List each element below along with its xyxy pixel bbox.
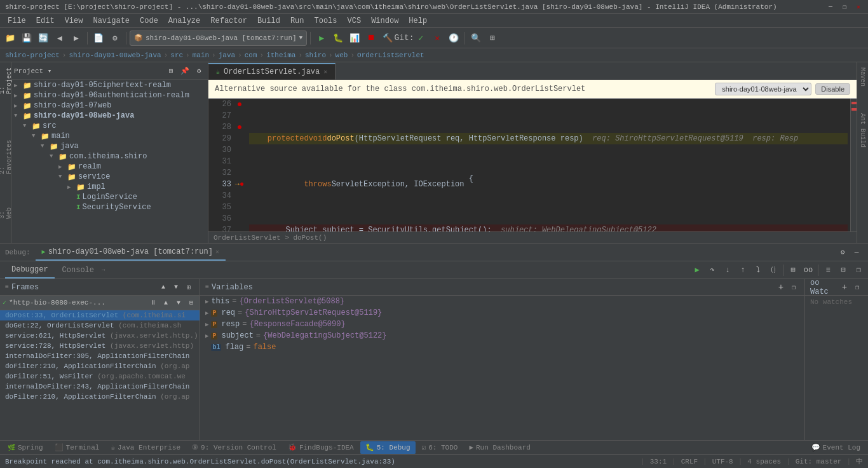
run-config-dropdown[interactable]: 📦 shiro-day01-08web-java [tomcat7:run] ▼ (130, 31, 307, 46)
tab-findbugs[interactable]: 🐞 FindBugs-IDEA (283, 441, 359, 454)
tab-event-log[interactable]: 💬 Event Log (806, 441, 865, 454)
disable-button[interactable]: Disable (815, 83, 850, 95)
sidebar-pin-btn[interactable]: 📌 (179, 65, 191, 78)
menu-edit[interactable]: Edit (31, 15, 60, 27)
gutter-36[interactable] (234, 213, 245, 224)
frames-up-btn[interactable]: ▲ (158, 282, 169, 293)
toolbar-open-btn[interactable]: 📁 (3, 31, 18, 46)
frame-item-4[interactable]: internalDoFilter:305, ApplicationFilterC… (0, 351, 200, 361)
tree-item-main[interactable]: ▼ 📁 main (11, 131, 208, 141)
debug-minimize-btn[interactable]: — (850, 246, 863, 259)
toolbar-back-btn[interactable]: ◀ (52, 31, 67, 46)
debug-run-cursor-btn[interactable]: ⤵ (751, 263, 765, 277)
toolbar-search-btn[interactable]: 🔍 (468, 31, 484, 46)
code-content[interactable]: protected void doPost(HttpServletRequest… (247, 99, 850, 231)
bc-shiro[interactable]: shiro (305, 52, 326, 59)
menu-window[interactable]: Window (366, 15, 403, 27)
gutter-35[interactable] (234, 202, 245, 213)
alt-source-select[interactable]: shiro-day01-08web-java (715, 83, 811, 95)
sidebar-gear-btn[interactable]: ⚙ (193, 65, 205, 78)
frame-item-7[interactable]: internalDoFilter:243, ApplicationFilterC… (0, 382, 200, 392)
menu-run[interactable]: Run (285, 15, 309, 27)
gutter-32[interactable] (234, 167, 245, 179)
debug-step-over-btn[interactable]: ↷ (705, 263, 719, 277)
tab-console[interactable]: Console (56, 262, 100, 279)
gutter-26[interactable]: ● (234, 99, 245, 110)
thread-item[interactable]: ✓ *http-bio-8080-exec-... ⏸ ▲ ▼ ⊞ (0, 296, 200, 310)
debug-step-into-btn[interactable]: ↓ (721, 263, 735, 277)
toolbar-x-btn[interactable]: ✕ (430, 31, 445, 46)
left-panel-favorites[interactable]: 2: Favorites (0, 137, 14, 177)
gutter-27[interactable] (234, 110, 245, 121)
tab-run-dashboard[interactable]: ▶ Run Dashboard (464, 441, 535, 454)
right-panel-maven[interactable]: Maven (858, 65, 867, 89)
frame-item-3[interactable]: service:728, HttpServlet (javax.servlet.… (0, 341, 200, 351)
bc-com[interactable]: com (245, 52, 257, 59)
vars-add-btn[interactable]: + (775, 282, 787, 293)
watches-restore-btn[interactable]: ❐ (851, 282, 863, 293)
toolbar-forward-btn[interactable]: ▶ (69, 31, 84, 46)
menu-file[interactable]: File (3, 15, 31, 27)
gutter-33[interactable]: →● (234, 179, 245, 190)
tree-item-comdot[interactable]: ▼ 📁 com.itheima.shiro (11, 151, 208, 162)
frame-item-5[interactable]: doFilter:210, ApplicationFilterChain (or… (0, 361, 200, 371)
debug-main-tab[interactable]: ▶ shiro-day01-08web-java [tomcat7:run] ✕ (36, 244, 226, 261)
debug-settings-btn[interactable]: ⚙ (836, 246, 849, 259)
minimize-button[interactable]: — (826, 3, 835, 11)
tab-spring[interactable]: 🌿 Spring (3, 441, 48, 454)
menu-analyze[interactable]: Analyze (163, 15, 205, 27)
debug-eval-btn[interactable]: ⟮⟯ (766, 263, 780, 277)
tree-item-08[interactable]: ▼ 📁 shiro-day01-08web-java (11, 111, 208, 121)
frame-item-1[interactable]: doGet:22, OrderListServlet (com.itheima.… (0, 320, 200, 331)
left-panel-web[interactable]: 3: Web (0, 205, 14, 221)
toolbar-extra-btn[interactable]: ⊞ (485, 31, 500, 46)
tab-debugger[interactable]: Debugger (5, 262, 55, 279)
profile-btn[interactable]: 📊 (347, 31, 362, 46)
left-panel-project[interactable]: 1: Project (0, 65, 14, 97)
bc-web[interactable]: web (336, 52, 348, 59)
tab-terminal[interactable]: ⬛ Terminal (50, 441, 105, 454)
gutter-37[interactable] (234, 224, 245, 231)
frame-item-2[interactable]: service:621, HttpServlet (javax.servlet.… (0, 331, 200, 341)
thread-pause-btn[interactable]: ⏸ (147, 297, 159, 308)
menu-help[interactable]: Help (403, 15, 432, 27)
right-panel-ant[interactable]: Ant Build (858, 111, 867, 150)
menu-code[interactable]: Code (135, 15, 163, 27)
menu-tools[interactable]: Tools (309, 15, 342, 27)
bc-project[interactable]: shiro-project (5, 52, 60, 59)
editor-tab-orderlistservlet[interactable]: ☕ OrderListServlet.java ✕ (208, 63, 336, 79)
tree-item-java[interactable]: ▼ 📁 java (11, 141, 208, 151)
stop-btn[interactable]: ⏹ (363, 31, 379, 46)
debug-extra-btn[interactable]: ≡ (821, 263, 835, 277)
bc-module[interactable]: shiro-day01-08web-java (69, 52, 161, 59)
var-resp[interactable]: ▶ P resp = {ResponseFacade@5090} (200, 319, 804, 330)
console-switch[interactable]: → (102, 267, 105, 273)
menu-view[interactable]: View (60, 15, 88, 27)
menu-build[interactable]: Build (252, 15, 285, 27)
thread-down-btn[interactable]: ▼ (173, 297, 184, 308)
tree-item-src[interactable]: ▼ 📁 src (11, 121, 208, 131)
frame-item-6[interactable]: doFilter:51, WsFilter (org.apache.tomcat… (0, 371, 200, 382)
frames-down-btn[interactable]: ▼ (170, 282, 182, 293)
run-btn[interactable]: ▶ (314, 31, 329, 46)
tree-item-securityservice[interactable]: ▶ I SecurityService (11, 202, 208, 212)
tree-item-impl[interactable]: ▶ 📁 impl (11, 182, 208, 192)
gutter-31[interactable] (234, 156, 245, 167)
debug-watches-btn[interactable]: oo (801, 263, 815, 277)
toolbar-sync-btn[interactable]: 🔄 (36, 31, 51, 46)
bc-servlet[interactable]: OrderListServlet (357, 52, 424, 59)
thread-filter-btn[interactable]: ⊞ (186, 297, 197, 308)
vars-restore-btn[interactable]: ❐ (788, 282, 799, 293)
toolbar-file-btn[interactable]: 📄 (91, 31, 106, 46)
frames-filter-btn[interactable]: ⊞ (183, 282, 194, 293)
editor-scrollbar[interactable] (850, 99, 857, 231)
tab-close-btn[interactable]: ✕ (323, 68, 327, 76)
menu-navigate[interactable]: Navigate (88, 15, 135, 27)
gutter-29[interactable] (234, 133, 245, 144)
debug-step-out-btn[interactable]: ↑ (736, 263, 750, 277)
tab-java-enterprise[interactable]: ☕ Java Enterprise (105, 441, 186, 454)
var-req[interactable]: ▶ P req = {ShiroHttpServletRequest@5119} (200, 307, 804, 319)
toolbar-clock-btn[interactable]: 🕐 (446, 31, 461, 46)
bc-itheima[interactable]: itheima (266, 52, 295, 59)
frame-item-8[interactable]: doFilter:210, ApplicationFilterChain (or… (0, 392, 200, 402)
